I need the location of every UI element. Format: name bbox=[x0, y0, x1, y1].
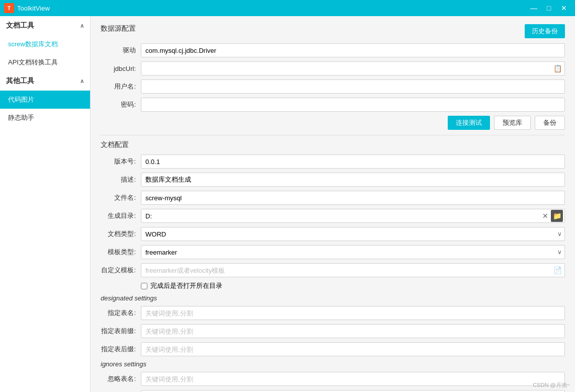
password-row: 密码: bbox=[101, 98, 565, 112]
designated-prefix-label: 指定表前缀: bbox=[101, 327, 141, 336]
datasource-title: 数据源配置 bbox=[101, 24, 136, 33]
version-input[interactable] bbox=[141, 154, 565, 169]
minimize-button[interactable]: — bbox=[527, 3, 541, 14]
jdbcurl-row: jdbcUrl: 📋 bbox=[101, 61, 565, 75]
app-title: ToolkitView bbox=[17, 5, 527, 12]
username-input[interactable] bbox=[141, 80, 565, 94]
sidebar-section-other-label: 其他工具 bbox=[6, 76, 34, 86]
designated-table-input[interactable] bbox=[141, 306, 565, 320]
output-dir-clear-icon[interactable]: ✕ bbox=[540, 210, 551, 221]
driver-input[interactable] bbox=[141, 43, 565, 57]
custom-template-label: 自定义模板: bbox=[101, 266, 141, 275]
sidebar-item-static-assistant[interactable]: 静态助手 bbox=[0, 109, 90, 127]
designated-prefix-row: 指定表前缀: bbox=[101, 324, 565, 338]
driver-row: 驱动 bbox=[101, 43, 565, 57]
username-label: 用户名: bbox=[101, 82, 141, 91]
sidebar-section-docs-label: 文档工具 bbox=[6, 21, 34, 30]
custom-template-wrapper: 📄 bbox=[141, 263, 565, 277]
maximize-button[interactable]: □ bbox=[542, 3, 556, 14]
designated-suffix-label: 指定表后缀: bbox=[101, 345, 141, 354]
ignore-prefix-row: 忽略表前缀: bbox=[101, 390, 565, 392]
version-row: 版本号: bbox=[101, 154, 565, 169]
sidebar-section-other-arrow: ∧ bbox=[80, 78, 84, 85]
custom-template-file-icon[interactable]: 📄 bbox=[552, 265, 563, 276]
description-input[interactable] bbox=[141, 173, 565, 187]
open-dir-checkbox-row: 完成后是否打开所在目录 bbox=[101, 281, 565, 290]
designated-table-label: 指定表名: bbox=[101, 308, 141, 318]
ignore-table-row: 忽略表名: bbox=[101, 372, 565, 386]
designated-settings-label: designated settings bbox=[101, 294, 565, 302]
filename-input[interactable] bbox=[141, 191, 565, 205]
driver-label: 驱动 bbox=[101, 46, 141, 55]
ignore-table-input[interactable] bbox=[141, 372, 565, 386]
designated-prefix-input[interactable] bbox=[141, 324, 565, 338]
username-row: 用户名: bbox=[101, 80, 565, 94]
main-layout: 文档工具 ∧ screw数据库文档 API文档转换工具 其他工具 ∧ 代码图片 … bbox=[0, 16, 575, 392]
template-type-label: 模板类型: bbox=[101, 248, 141, 257]
window-controls: — □ ✕ bbox=[527, 3, 571, 14]
designated-suffix-row: 指定表后缀: bbox=[101, 342, 565, 356]
jdbcurl-label: jdbcUrl: bbox=[101, 65, 141, 72]
template-type-select[interactable]: freemarker velocity bbox=[141, 245, 565, 259]
output-dir-label: 生成目录: bbox=[101, 211, 141, 220]
output-dir-input[interactable] bbox=[141, 209, 565, 223]
filename-label: 文件名: bbox=[101, 193, 141, 202]
custom-template-input[interactable] bbox=[141, 263, 565, 277]
filename-row: 文件名: bbox=[101, 191, 565, 205]
output-dir-folder-icon[interactable]: 📁 bbox=[551, 210, 563, 222]
sidebar-section-other[interactable]: 其他工具 ∧ bbox=[0, 71, 90, 91]
close-button[interactable]: ✕ bbox=[557, 3, 571, 14]
open-dir-checkbox-label: 完成后是否打开所在目录 bbox=[150, 281, 222, 290]
connect-test-button[interactable]: 连接测试 bbox=[448, 116, 490, 130]
ignore-prefix-input[interactable] bbox=[141, 390, 565, 392]
watermark: CSDN @月弛~ bbox=[533, 381, 570, 389]
backup-button[interactable]: 备份 bbox=[535, 116, 565, 130]
app-icon: T bbox=[4, 3, 14, 13]
custom-template-row: 自定义模板: 📄 bbox=[101, 263, 565, 277]
password-label: 密码: bbox=[101, 100, 141, 109]
title-bar: T ToolkitView — □ ✕ bbox=[0, 0, 575, 16]
jdbcurl-input[interactable] bbox=[141, 61, 565, 75]
jdbcurl-copy-icon[interactable]: 📋 bbox=[552, 63, 563, 74]
password-input[interactable] bbox=[141, 98, 565, 112]
datasource-btn-row: 连接测试 预览库 备份 bbox=[101, 116, 565, 130]
ignores-settings-label: ignores settings bbox=[101, 360, 565, 368]
jdbcurl-wrapper: 📋 bbox=[141, 61, 565, 75]
template-type-select-wrapper: freemarker velocity bbox=[141, 245, 565, 259]
output-dir-row: 生成目录: ✕ 📁 bbox=[101, 209, 565, 223]
doc-config-title: 文档配置 bbox=[101, 140, 129, 148]
description-row: 描述: bbox=[101, 173, 565, 187]
doc-type-row: 文档类型: WORD HTML MD bbox=[101, 227, 565, 241]
doc-type-select[interactable]: WORD HTML MD bbox=[141, 227, 565, 241]
open-dir-checkbox[interactable] bbox=[141, 283, 147, 289]
preview-db-button[interactable]: 预览库 bbox=[494, 116, 531, 130]
sidebar-item-api-doc[interactable]: API文档转换工具 bbox=[0, 53, 90, 71]
ignore-table-label: 忽略表名: bbox=[101, 374, 141, 383]
output-dir-wrapper: ✕ 📁 bbox=[141, 209, 565, 223]
history-backup-button[interactable]: 历史备份 bbox=[525, 24, 565, 38]
sidebar-item-screw-db-doc[interactable]: screw数据库文档 bbox=[0, 35, 90, 53]
sidebar-item-code-image[interactable]: 代码图片 bbox=[0, 91, 90, 109]
description-label: 描述: bbox=[101, 175, 141, 184]
datasource-section-header: 数据源配置 历史备份 bbox=[101, 24, 565, 38]
sidebar-section-docs[interactable]: 文档工具 ∧ bbox=[0, 16, 90, 35]
doc-type-label: 文档类型: bbox=[101, 229, 141, 239]
designated-suffix-input[interactable] bbox=[141, 342, 565, 356]
version-label: 版本号: bbox=[101, 157, 141, 166]
sidebar-section-docs-arrow: ∧ bbox=[80, 23, 84, 29]
doc-type-select-wrapper: WORD HTML MD bbox=[141, 227, 565, 241]
doc-config-section: 文档配置 bbox=[101, 135, 565, 149]
template-type-row: 模板类型: freemarker velocity bbox=[101, 245, 565, 259]
designated-table-row: 指定表名: bbox=[101, 306, 565, 320]
sidebar: 文档工具 ∧ screw数据库文档 API文档转换工具 其他工具 ∧ 代码图片 … bbox=[0, 16, 91, 392]
content-area: 数据源配置 历史备份 驱动 jdbcUrl: 📋 用户名: 密码: 连接测试 预… bbox=[91, 16, 575, 392]
